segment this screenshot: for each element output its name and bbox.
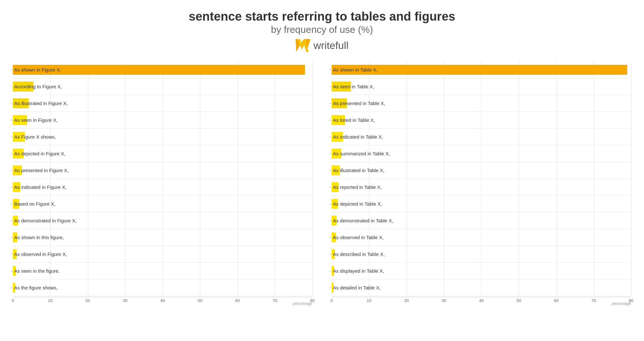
bar-row: As demonstrated in Table X, [332, 212, 631, 229]
bar-row: As depicted in Table X, [332, 196, 631, 212]
bar [332, 115, 345, 125]
bar-row: As Figure X shows, [13, 129, 312, 145]
bar [13, 216, 18, 226]
bar-row: According to Figure X, [13, 78, 312, 95]
page-subtitle: by frequency of use (%) [13, 24, 631, 35]
tick-mark [10, 103, 13, 103]
bar [13, 182, 20, 192]
bar-row: As displayed in Table X, [332, 263, 631, 279]
bar-label: As observed in Figure X, [14, 251, 67, 257]
x-tick-label: 0 [330, 298, 333, 303]
bar [332, 199, 338, 209]
bar-row: As indicated in Table X, [332, 129, 631, 145]
x-tick-label: 60 [554, 298, 558, 303]
bar [13, 199, 19, 209]
x-tick-label: 20 [85, 298, 90, 303]
bar-label: As observed in Table X, [333, 235, 384, 240]
bar [332, 182, 339, 192]
x-tick-label: 10 [48, 298, 52, 303]
x-tick-label: 40 [160, 298, 165, 303]
bar [332, 249, 335, 259]
bar [13, 98, 29, 108]
bar [332, 216, 336, 226]
figures-chart-panel: As shown in Figure X,According to Figure… [13, 62, 312, 306]
bar-row: As the figure shows, [13, 279, 312, 296]
bar [332, 149, 341, 159]
bar [332, 232, 336, 242]
bar [332, 165, 340, 175]
x-axis-line [332, 297, 631, 297]
chart-wrapper: As shown in Figure X,According to Figure… [13, 62, 312, 306]
bar [13, 266, 16, 276]
bar [332, 98, 347, 108]
x-tick-label: 40 [479, 298, 484, 303]
bar-row: As reported in Table X, [332, 179, 631, 196]
bar [13, 132, 25, 142]
bar [13, 149, 24, 159]
bar [13, 65, 305, 75]
bar-row: As listed in Table X, [332, 112, 631, 129]
tick-mark [10, 86, 13, 87]
bar-row: As summarized in Table X, [332, 145, 631, 162]
x-axis-line [13, 297, 312, 297]
bar-label: As the figure shows, [14, 285, 58, 291]
bar-label: As shown in this figure, [14, 235, 64, 240]
bar-row: As illustrated in Table X, [332, 162, 631, 179]
tick-mark [10, 153, 13, 154]
tick-mark [329, 103, 332, 103]
tick-mark [10, 137, 13, 137]
bar [332, 132, 343, 142]
tick-mark [10, 237, 13, 238]
bar-row: As demonstrated in Figure X, [13, 212, 312, 229]
x-axis-title: percentage [612, 301, 631, 306]
x-tick-label: 60 [235, 298, 240, 303]
bar [332, 65, 627, 75]
header: sentence starts referring to tables and … [13, 10, 631, 52]
bars-container: As shown in Figure X,According to Figure… [13, 62, 312, 296]
tick-mark [10, 220, 13, 221]
bars-container: As shown in Table X,As seen in Table X,A… [332, 62, 631, 296]
bar-row: As shown in this figure, [13, 229, 312, 246]
bar-row: As observed in Figure X, [13, 246, 312, 263]
bar-label: As seen in the figure, [14, 268, 60, 274]
tick-mark [10, 287, 13, 288]
tick-mark [329, 187, 332, 187]
x-axis-wrapper: 01020304050607080percentage [332, 297, 631, 306]
page-title: sentence starts referring to tables and … [13, 10, 631, 24]
bar-row: As illustrated in Figure X, [13, 95, 312, 112]
bar-row: As depicted in Figure X, [13, 145, 312, 162]
bar-label: As demonstrated in Table X, [333, 218, 393, 224]
x-axis-title: percentage [293, 301, 312, 306]
bar [332, 82, 351, 92]
grid-line [631, 62, 631, 296]
logo-row: writefull [13, 39, 631, 52]
bar [13, 165, 22, 175]
bar [13, 249, 17, 259]
tick-mark [10, 204, 13, 204]
x-axis-wrapper: 01020304050607080percentage [13, 297, 312, 306]
writefull-icon [296, 39, 310, 52]
x-tick-label: 70 [273, 298, 277, 303]
bar-label: As illustrated in Table X, [333, 168, 384, 173]
x-tick-label: 50 [516, 298, 521, 303]
tick-mark [329, 254, 332, 254]
bar-label: As presented in Figure X, [14, 168, 69, 173]
tick-mark [10, 271, 13, 271]
tick-mark [329, 70, 332, 70]
bar-label: As reported in Table X, [333, 184, 382, 190]
bar-row: As shown in Figure X, [13, 62, 312, 78]
bar [13, 232, 17, 242]
bar-row: As presented in Table X, [332, 95, 631, 112]
tick-mark [10, 170, 13, 170]
tick-mark [329, 204, 332, 204]
grid-line [312, 62, 313, 296]
bar [13, 283, 15, 293]
page-container: sentence starts referring to tables and … [0, 0, 644, 312]
tick-mark [329, 137, 332, 137]
bar-row: As seen in Table X, [332, 78, 631, 95]
tick-mark [10, 120, 13, 120]
tick-mark [10, 187, 13, 187]
bar [332, 283, 334, 293]
tick-mark [10, 70, 13, 70]
tick-mark [329, 170, 332, 170]
